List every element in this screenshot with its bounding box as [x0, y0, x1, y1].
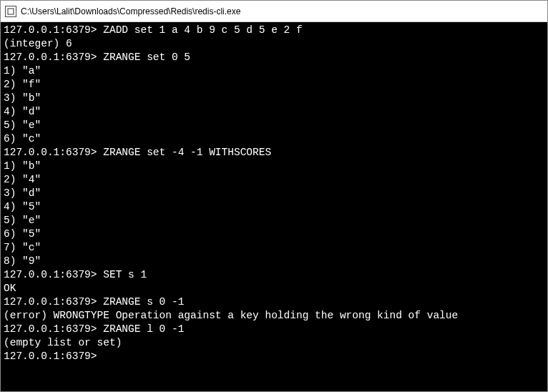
output-line: 2) "f"	[4, 78, 544, 92]
output-line: 2) "4"	[4, 173, 544, 187]
output-line: (empty list or set)	[4, 336, 544, 350]
output-line: 7) "c"	[4, 241, 544, 255]
terminal-window: C:\Users\Lalit\Downloads\Compressed\Redi…	[0, 0, 548, 392]
command-line: 127.0.0.1:6379> ZRANGE set -4 -1 WITHSCO…	[4, 146, 544, 160]
command-line: 127.0.0.1:6379> ZADD set 1 a 4 b 9 c 5 d…	[4, 24, 544, 37]
window-titlebar[interactable]: C:\Users\Lalit\Downloads\Compressed\Redi…	[1, 1, 547, 22]
output-line: 3) "d"	[4, 187, 544, 200]
output-line: OK	[4, 282, 544, 295]
window-title: C:\Users\Lalit\Downloads\Compressed\Redi…	[21, 6, 240, 16]
app-icon	[5, 6, 16, 17]
output-line: 5) "e"	[4, 214, 544, 227]
svg-rect-0	[8, 9, 14, 14]
output-line: 1) "b"	[4, 160, 544, 173]
command-line: 127.0.0.1:6379> SET s 1	[4, 268, 544, 282]
output-line: 1) "a"	[4, 64, 544, 78]
output-line: 8) "9"	[4, 255, 544, 268]
active-prompt[interactable]: 127.0.0.1:6379>	[4, 350, 544, 363]
command-line: 127.0.0.1:6379> ZRANGE s 0 -1	[4, 295, 544, 309]
output-line: 4) "5"	[4, 200, 544, 214]
output-line: 4) "d"	[4, 105, 544, 119]
command-line: 127.0.0.1:6379> ZRANGE set 0 5	[4, 51, 544, 64]
output-line: 6) "c"	[4, 132, 544, 146]
output-line: 6) "5"	[4, 227, 544, 241]
output-line: 5) "e"	[4, 119, 544, 132]
output-line: (error) WRONGTYPE Operation against a ke…	[4, 309, 544, 323]
output-line: 3) "b"	[4, 92, 544, 105]
output-line: (integer) 6	[4, 37, 544, 51]
command-line: 127.0.0.1:6379> ZRANGE l 0 -1	[4, 323, 544, 336]
terminal-output[interactable]: 127.0.0.1:6379> ZADD set 1 a 4 b 9 c 5 d…	[1, 22, 547, 391]
